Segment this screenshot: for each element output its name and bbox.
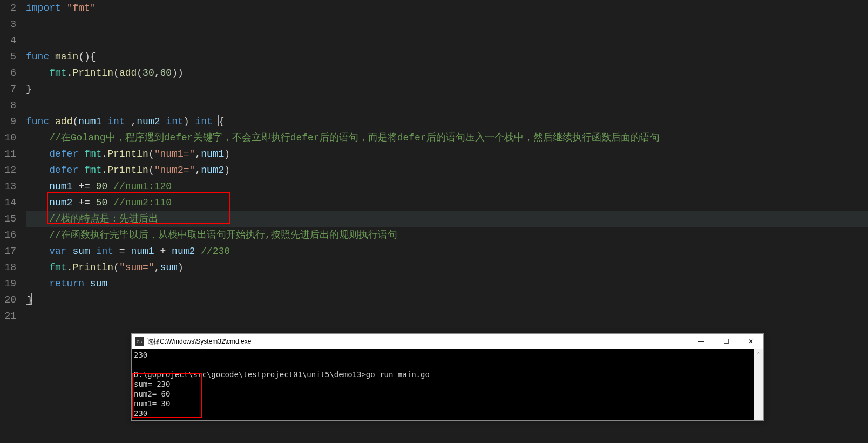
code-line[interactable]: defer fmt.Println("num1=",num1) bbox=[26, 146, 868, 162]
terminal-line: 230 bbox=[134, 351, 147, 359]
maximize-button[interactable]: ☐ bbox=[714, 334, 738, 349]
code-line-active[interactable]: //栈的特点是：先进后出 bbox=[26, 211, 868, 227]
line-number: 19 bbox=[0, 276, 16, 292]
line-number: 21 bbox=[0, 308, 16, 324]
close-button[interactable]: ✕ bbox=[738, 334, 763, 349]
minimize-button[interactable]: — bbox=[689, 334, 714, 349]
code-line[interactable] bbox=[26, 97, 868, 113]
terminal-window[interactable]: C:\ 选择C:\Windows\System32\cmd.exe — ☐ ✕ … bbox=[131, 333, 764, 421]
cmd-icon: C:\ bbox=[135, 337, 144, 346]
code-line[interactable]: var sum int = num1 + num2 //230 bbox=[26, 243, 868, 259]
code-line[interactable]: func main(){ bbox=[26, 49, 868, 65]
line-number: 17 bbox=[0, 243, 16, 259]
cursor-marker bbox=[213, 115, 219, 126]
terminal-line: D:\goproject\src\gocode\testproject01\un… bbox=[134, 370, 430, 379]
code-line[interactable] bbox=[26, 16, 868, 32]
code-line[interactable]: return sum bbox=[26, 276, 868, 292]
code-line[interactable] bbox=[26, 308, 868, 324]
line-number: 12 bbox=[0, 162, 16, 178]
terminal-line: 230 bbox=[134, 409, 147, 418]
line-number: 4 bbox=[0, 32, 16, 49]
terminal-titlebar[interactable]: C:\ 选择C:\Windows\System32\cmd.exe — ☐ ✕ bbox=[132, 334, 763, 349]
line-number: 20 bbox=[0, 292, 16, 308]
code-line[interactable]: num2 += 50 //num2:110 bbox=[26, 194, 868, 211]
code-line[interactable]: func add(num1 int ,num2 int) int{ bbox=[26, 113, 868, 130]
line-number: 5 bbox=[0, 49, 16, 65]
terminal-title: 选择C:\Windows\System32\cmd.exe bbox=[147, 337, 689, 346]
terminal-output[interactable]: 230 D:\goproject\src\gocode\testproject0… bbox=[132, 349, 763, 420]
window-controls: — ☐ ✕ bbox=[689, 334, 763, 349]
bracket-match: } bbox=[26, 293, 32, 305]
line-number: 18 bbox=[0, 259, 16, 276]
line-number: 16 bbox=[0, 227, 16, 243]
code-line[interactable] bbox=[26, 32, 868, 49]
code-line[interactable]: fmt.Println(add(30,60)) bbox=[26, 65, 868, 81]
line-number: 13 bbox=[0, 178, 16, 194]
terminal-line: num2= 60 bbox=[134, 390, 170, 398]
line-gutter: 2 3 4 5 6 7 8 9 10 11 12 13 14 15 16 17 … bbox=[0, 0, 26, 324]
line-number: 14 bbox=[0, 194, 16, 211]
code-line[interactable]: } bbox=[26, 81, 868, 97]
line-number: 8 bbox=[0, 97, 16, 113]
code-editor[interactable]: 2 3 4 5 6 7 8 9 10 11 12 13 14 15 16 17 … bbox=[0, 0, 868, 324]
code-line[interactable]: //在Golang中，程序遇到defer关键字，不会立即执行defer后的语句，… bbox=[26, 130, 868, 146]
code-line[interactable]: } bbox=[26, 292, 868, 308]
code-line[interactable]: import "fmt" bbox=[26, 0, 868, 16]
line-number: 3 bbox=[0, 16, 16, 32]
terminal-scrollbar[interactable]: ^ bbox=[754, 349, 763, 420]
scroll-up-icon[interactable]: ^ bbox=[754, 349, 763, 358]
code-area[interactable]: import "fmt" func main(){ fmt.Println(ad… bbox=[26, 0, 868, 324]
line-number: 15 bbox=[0, 211, 16, 227]
line-number: 11 bbox=[0, 146, 16, 162]
terminal-line: num1= 30 bbox=[134, 399, 170, 408]
line-number: 6 bbox=[0, 65, 16, 81]
code-line[interactable]: defer fmt.Println("num2=",num2) bbox=[26, 162, 868, 178]
code-line[interactable]: fmt.Println("sum=",sum) bbox=[26, 259, 868, 276]
code-line[interactable]: num1 += 90 //num1:120 bbox=[26, 178, 868, 194]
terminal-line: sum= 230 bbox=[134, 380, 170, 388]
code-line[interactable]: //在函数执行完毕以后，从栈中取出语句开始执行,按照先进后出的规则执行语句 bbox=[26, 227, 868, 243]
line-number: 10 bbox=[0, 130, 16, 146]
line-number: 2 bbox=[0, 0, 16, 16]
line-number: 7 bbox=[0, 81, 16, 97]
line-number: 9 bbox=[0, 113, 16, 130]
